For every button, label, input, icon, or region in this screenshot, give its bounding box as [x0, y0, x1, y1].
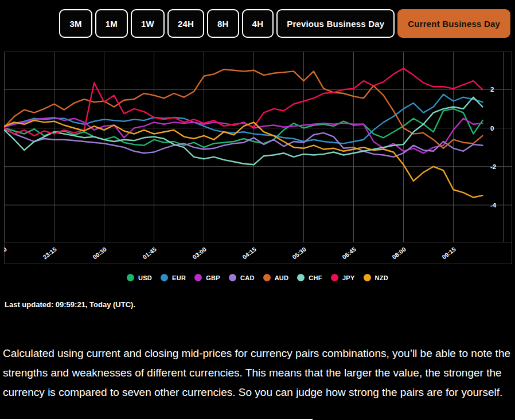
x-tick-label: 03:00	[191, 246, 208, 261]
legend-item-jpy[interactable]: JPY	[331, 274, 355, 281]
chart-canvas: 20-2-422:0023:1500:3001:4503:0004:1505:3…	[4, 50, 512, 265]
legend-item-cad[interactable]: CAD	[229, 274, 255, 281]
currency-strength-chart: 20-2-422:0023:1500:3001:4503:0004:1505:3…	[4, 50, 512, 265]
timeframe-button-4h[interactable]: 4H	[242, 9, 274, 38]
y-tick-label: -2	[490, 163, 496, 170]
legend-label-gbp: GBP	[206, 274, 220, 281]
y-tick-label: 2	[490, 86, 494, 93]
legend-item-aud[interactable]: AUD	[263, 274, 289, 281]
chart-legend: USDEURGBPCADAUDCHFJPYNZD	[0, 274, 515, 281]
timeframe-button-1w[interactable]: 1W	[131, 9, 165, 38]
x-tick-label: 22:00	[4, 246, 8, 261]
timeframe-button-8h[interactable]: 8H	[207, 9, 239, 38]
legend-label-jpy: JPY	[342, 274, 355, 281]
legend-item-usd[interactable]: USD	[127, 274, 152, 281]
x-tick-label: 01:45	[141, 246, 158, 261]
last-updated-text: Last updated: 09:59:21, Today (UTC).	[5, 300, 135, 309]
legend-dot-chf	[297, 274, 305, 281]
legend-dot-eur	[161, 274, 168, 281]
series-cad	[5, 129, 483, 157]
legend-label-aud: AUD	[275, 274, 289, 281]
timeframe-toolbar: 3M1M1W24H8H4HPrevious Business DayCurren…	[59, 9, 510, 38]
legend-item-eur[interactable]: EUR	[161, 274, 186, 281]
x-tick-label: 08:00	[391, 246, 407, 261]
legend-item-chf[interactable]: CHF	[297, 274, 322, 281]
timeframe-button-previous-business-day[interactable]: Previous Business Day	[276, 9, 395, 38]
x-tick-label: 00:30	[91, 246, 108, 261]
description-text: Calculated using current and closing mid…	[3, 344, 513, 402]
legend-dot-nzd	[364, 274, 371, 281]
legend-label-eur: EUR	[172, 274, 186, 281]
legend-dot-gbp	[194, 274, 202, 281]
legend-dot-jpy	[331, 274, 338, 281]
timeframe-button-3m[interactable]: 3M	[59, 9, 92, 38]
x-tick-label: 23:15	[41, 246, 58, 261]
legend-label-cad: CAD	[240, 274, 255, 281]
x-tick-label: 06:45	[341, 246, 357, 261]
legend-label-chf: CHF	[309, 274, 322, 281]
timeframe-button-1m[interactable]: 1M	[95, 9, 128, 38]
timeframe-button-current-business-day[interactable]: Current Business Day	[397, 9, 510, 38]
legend-label-usd: USD	[138, 274, 152, 281]
y-tick-label: 0	[490, 125, 494, 132]
series-chf	[5, 97, 483, 165]
legend-dot-cad	[229, 274, 236, 281]
legend-item-nzd[interactable]: NZD	[364, 274, 389, 281]
x-tick-label: 09:15	[440, 246, 457, 261]
x-tick-label: 04:15	[241, 246, 258, 261]
y-tick-label: -4	[490, 202, 497, 209]
legend-item-gbp[interactable]: GBP	[194, 274, 220, 281]
x-tick-label: 05:30	[291, 246, 307, 261]
legend-dot-aud	[263, 274, 271, 281]
legend-label-nzd: NZD	[375, 274, 389, 281]
legend-dot-usd	[127, 274, 134, 281]
timeframe-button-24h[interactable]: 24H	[167, 9, 204, 38]
chart-border	[5, 52, 512, 264]
